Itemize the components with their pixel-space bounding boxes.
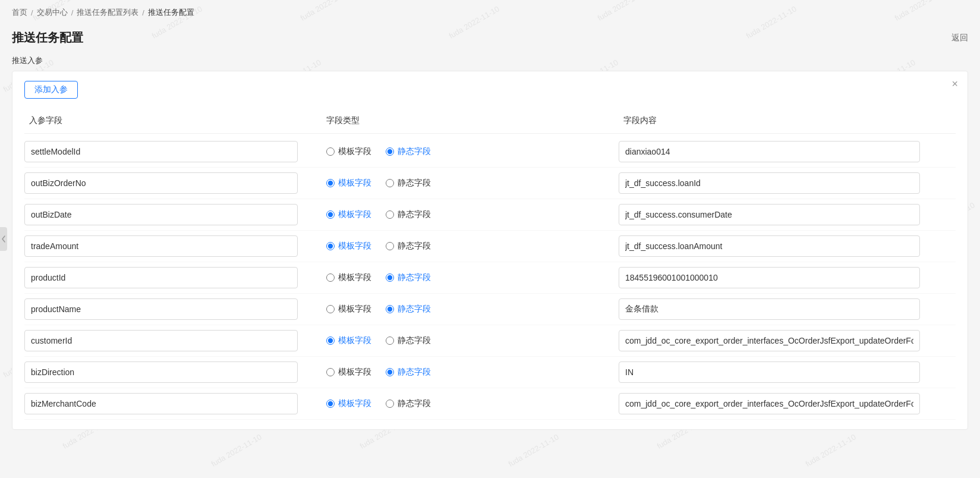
radio-static-label-6: 静态字段 [398,304,431,315]
content-input-1[interactable] [619,141,920,162]
radio-static-label-7: 静态字段 [398,335,431,346]
radio-static-label-4: 静态字段 [398,241,431,251]
field-name-input-2[interactable] [24,172,298,194]
radio-cell-1: 模板字段静态字段 [322,146,619,157]
breadcrumb-list[interactable]: 推送任务配置列表 [77,7,138,18]
modal-close-button[interactable]: × [951,78,958,89]
radio-static-6[interactable] [386,305,394,313]
field-name-input-1[interactable] [24,141,298,162]
content-input-7[interactable] [619,330,920,351]
radio-static-label-2: 静态字段 [398,178,431,188]
radio-template-option-5[interactable]: 模板字段 [326,272,371,283]
radio-static-3[interactable] [386,210,394,219]
radio-static-option-9[interactable]: 静态字段 [386,398,431,409]
radio-template-option-3[interactable]: 模板字段 [326,209,371,220]
radio-static-option-8[interactable]: 静态字段 [386,367,431,378]
field-name-input-3[interactable] [24,204,298,225]
breadcrumb-exchange[interactable]: 交易中心 [37,7,68,18]
radio-static-9[interactable] [386,400,394,408]
content-input-4[interactable] [619,235,920,257]
radio-static-option-5[interactable]: 静态字段 [386,272,431,283]
radio-static-5[interactable] [386,273,394,282]
radio-template-7[interactable] [326,337,335,345]
radio-template-5[interactable] [326,273,335,282]
table-header: 入参字段 字段类型 字段内容 [24,108,956,134]
content-input-3[interactable] [619,204,920,225]
content-cell-5 [619,267,956,288]
field-name-input-8[interactable] [24,361,298,383]
radio-template-option-2[interactable]: 模板字段 [326,178,371,188]
section-label: 推送入参 [0,55,980,71]
content-input-9[interactable] [619,393,920,414]
radio-template-label-1: 模板字段 [338,146,371,157]
radio-template-option-4[interactable]: 模板字段 [326,241,371,251]
table-row: 模板字段静态字段 [24,388,956,420]
radio-template-label-6: 模板字段 [338,304,371,315]
radio-static-option-7[interactable]: 静态字段 [386,335,431,346]
field-input-cell-6 [24,298,322,320]
add-param-button[interactable]: 添加入参 [24,81,78,99]
table-row: 模板字段静态字段 [24,325,956,357]
breadcrumb-sep-1: / [31,8,33,17]
radio-template-3[interactable] [326,210,335,219]
radio-static-option-4[interactable]: 静态字段 [386,241,431,251]
radio-static-label-1: 静态字段 [398,146,431,157]
content-input-8[interactable] [619,361,920,383]
radio-static-label-8: 静态字段 [398,367,431,378]
radio-static-1[interactable] [386,147,394,156]
field-name-input-5[interactable] [24,267,298,288]
field-name-input-4[interactable] [24,235,298,257]
radio-template-label-4: 模板字段 [338,241,371,251]
radio-static-8[interactable] [386,368,394,376]
content-cell-2 [619,172,956,194]
breadcrumb-sep-2: / [71,8,74,17]
radio-static-2[interactable] [386,179,394,187]
radio-template-1[interactable] [326,147,335,156]
breadcrumb-sep-3: / [142,8,144,17]
radio-static-label-9: 静态字段 [398,398,431,409]
field-name-input-7[interactable] [24,330,298,351]
radio-template-label-7: 模板字段 [338,335,371,346]
radio-static-option-3[interactable]: 静态字段 [386,209,431,220]
field-input-cell-8 [24,361,322,383]
radio-template-8[interactable] [326,368,335,376]
radio-static-option-6[interactable]: 静态字段 [386,304,431,315]
radio-cell-6: 模板字段静态字段 [322,304,619,315]
radio-template-6[interactable] [326,305,335,313]
radio-template-label-8: 模板字段 [338,367,371,378]
table-rows-container: 模板字段静态字段模板字段静态字段模板字段静态字段模板字段静态字段模板字段静态字段… [24,136,956,420]
content-cell-1 [619,141,956,162]
modal-card: × 添加入参 入参字段 字段类型 字段内容 模板字段静态字段模板字段静态字段模板… [12,71,968,430]
radio-static-option-1[interactable]: 静态字段 [386,146,431,157]
field-input-cell-1 [24,141,322,162]
field-name-input-6[interactable] [24,298,298,320]
back-button[interactable]: 返回 [951,33,968,43]
table-row: 模板字段静态字段 [24,168,956,199]
radio-static-7[interactable] [386,337,394,345]
radio-static-label-5: 静态字段 [398,272,431,283]
radio-template-9[interactable] [326,400,335,408]
radio-cell-5: 模板字段静态字段 [322,272,619,283]
field-input-cell-9 [24,393,322,414]
sidebar-toggle[interactable] [0,227,7,251]
radio-template-option-8[interactable]: 模板字段 [326,367,371,378]
radio-template-2[interactable] [326,179,335,187]
breadcrumb-home[interactable]: 首页 [12,7,27,18]
radio-template-option-7[interactable]: 模板字段 [326,335,371,346]
field-input-cell-4 [24,235,322,257]
radio-template-option-1[interactable]: 模板字段 [326,146,371,157]
content-input-5[interactable] [619,267,920,288]
radio-template-option-9[interactable]: 模板字段 [326,398,371,409]
radio-template-option-6[interactable]: 模板字段 [326,304,371,315]
radio-cell-9: 模板字段静态字段 [322,398,619,409]
radio-static-4[interactable] [386,242,394,250]
field-name-input-9[interactable] [24,393,298,414]
field-input-cell-5 [24,267,322,288]
radio-template-label-9: 模板字段 [338,398,371,409]
content-input-6[interactable] [619,298,920,320]
radio-static-option-2[interactable]: 静态字段 [386,178,431,188]
radio-template-4[interactable] [326,242,335,250]
content-cell-6 [619,298,956,320]
content-input-2[interactable] [619,172,920,194]
table-row: 模板字段静态字段 [24,262,956,294]
